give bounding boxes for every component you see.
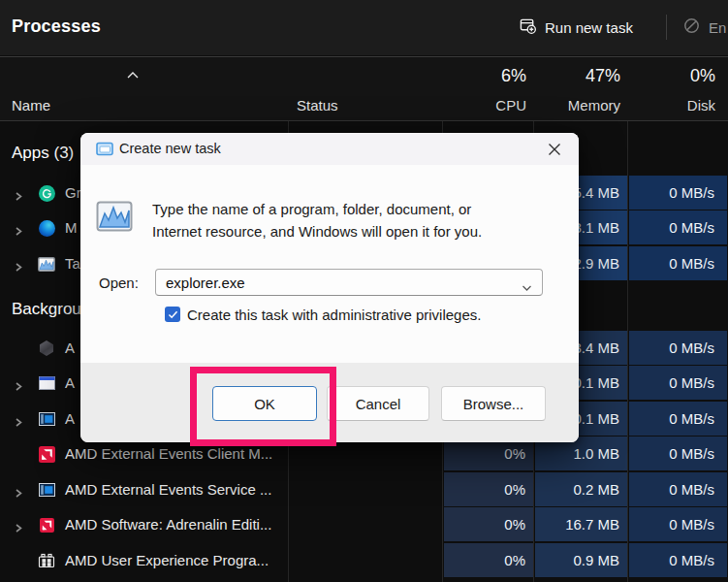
- disk-cell: 0 MB/s: [629, 436, 727, 470]
- amd-icon: [38, 516, 55, 534]
- admin-privileges-label: Create this task with administrative pri…: [187, 307, 481, 323]
- process-row[interactable]: AMD User Experience Progra... 0% 0.9 MB …: [0, 543, 728, 578]
- building-icon: [38, 552, 55, 569]
- cpu-label: CPU: [495, 97, 526, 113]
- disk-label: Disk: [687, 97, 715, 113]
- cpu-cell: 0%: [444, 472, 533, 506]
- admin-privileges-checkbox[interactable]: [165, 307, 180, 322]
- memory-total: 47%: [586, 66, 620, 86]
- amd-icon: [38, 445, 55, 463]
- toolbar: Processes Run new task En: [0, 0, 728, 55]
- chevron-right-icon[interactable]: [14, 414, 23, 432]
- run-new-task-button[interactable]: Run new task: [520, 12, 633, 43]
- chevron-right-icon[interactable]: [14, 485, 23, 502]
- process-row[interactable]: AMD External Events Service ... 0% 0.2 M…: [0, 472, 728, 507]
- browse-button[interactable]: Browse...: [441, 386, 546, 421]
- dialog-titlebar: Create new task: [80, 133, 579, 165]
- memory-cell: 16.7 MB: [535, 507, 627, 541]
- process-name: A: [65, 402, 75, 436]
- run-new-task-label: Run new task: [545, 19, 633, 36]
- memory-cell: 0.9 MB: [535, 543, 627, 577]
- dialog-description: Type the name of a program, folder, docu…: [152, 198, 482, 242]
- disk-cell: 0 MB/s: [629, 246, 727, 280]
- memory-cell: 0.2 MB: [535, 472, 627, 506]
- edge-icon: [38, 219, 55, 237]
- chevron-right-icon[interactable]: [14, 520, 23, 537]
- page-title: Processes: [12, 16, 101, 37]
- process-name: AMD User Experience Progra...: [65, 543, 269, 578]
- process-name: Gr: [65, 176, 81, 210]
- disk-cell: 0 MB/s: [629, 210, 727, 244]
- cpu-cell: 0%: [444, 543, 533, 577]
- dialog-title: Create new task: [119, 133, 221, 165]
- column-header-memory[interactable]: 47% Memory: [534, 57, 628, 120]
- grammarly-icon: [38, 184, 55, 202]
- process-name: AMD Software: Adrenalin Editi...: [65, 507, 271, 542]
- column-header-name[interactable]: Name: [12, 97, 50, 113]
- chevron-right-icon[interactable]: [14, 378, 23, 396]
- classic-window-app-icon: [38, 374, 55, 392]
- column-header-cpu[interactable]: 6% CPU: [443, 57, 534, 120]
- end-task-button[interactable]: En: [683, 12, 726, 43]
- chevron-right-icon[interactable]: [14, 188, 23, 206]
- sort-ascending-icon: [126, 66, 140, 83]
- disk-cell: 0 MB/s: [629, 402, 727, 436]
- process-name: A: [65, 366, 75, 401]
- open-combobox[interactable]: [155, 269, 543, 296]
- cancel-button[interactable]: Cancel: [327, 386, 429, 421]
- toolbar-divider: [666, 15, 667, 40]
- disk-cell: 0 MB/s: [629, 543, 727, 577]
- column-header-status[interactable]: Status: [297, 97, 338, 113]
- close-icon[interactable]: [542, 137, 567, 162]
- disk-cell: 0 MB/s: [629, 472, 727, 506]
- column-header-disk[interactable]: 0% Disk: [628, 57, 728, 120]
- disk-total: 0%: [690, 66, 715, 86]
- table-header: Name Status 6% CPU 47% Memory 0% Disk: [0, 56, 728, 121]
- task-manager-window: Processes Run new task En Name Status 6%…: [0, 0, 728, 582]
- end-task-icon: [683, 17, 700, 38]
- run-new-task-icon: [520, 17, 536, 38]
- blue-window-app-icon: [38, 410, 55, 428]
- process-row[interactable]: AMD Software: Adrenalin Editi... 0% 16.7…: [0, 507, 728, 542]
- cpu-cell: 0%: [444, 507, 533, 541]
- highlight-annotation-rectangle: [190, 367, 336, 446]
- memory-label: Memory: [568, 97, 620, 113]
- process-name: AMD External Events Service ...: [65, 472, 271, 507]
- chevron-right-icon[interactable]: [14, 259, 23, 276]
- disk-cell: 0 MB/s: [629, 176, 727, 210]
- open-input[interactable]: [156, 270, 513, 295]
- task-manager-icon: [38, 255, 55, 273]
- blue-window-app-icon: [38, 481, 55, 499]
- dialog-body: Type the name of a program, folder, docu…: [80, 165, 579, 363]
- window-icon: [96, 142, 113, 160]
- hexagon-app-icon: [38, 340, 55, 357]
- disk-cell: 0 MB/s: [629, 366, 727, 400]
- task-manager-icon: [96, 200, 133, 237]
- chevron-right-icon[interactable]: [14, 223, 23, 241]
- section-label: Apps (3): [12, 135, 74, 171]
- process-name: M: [65, 210, 78, 245]
- disk-cell: 0 MB/s: [629, 507, 727, 541]
- disk-cell: 0 MB/s: [629, 331, 727, 365]
- chevron-down-icon[interactable]: [522, 278, 532, 296]
- cpu-total: 6%: [501, 66, 526, 86]
- description-line: Type the name of a program, folder, docu…: [152, 198, 482, 220]
- end-task-label: En: [709, 19, 726, 36]
- description-line: Internet resource, and Windows will open…: [152, 220, 482, 242]
- open-label: Open:: [99, 275, 139, 291]
- process-name: Ta: [65, 246, 80, 281]
- process-name: A: [65, 331, 75, 366]
